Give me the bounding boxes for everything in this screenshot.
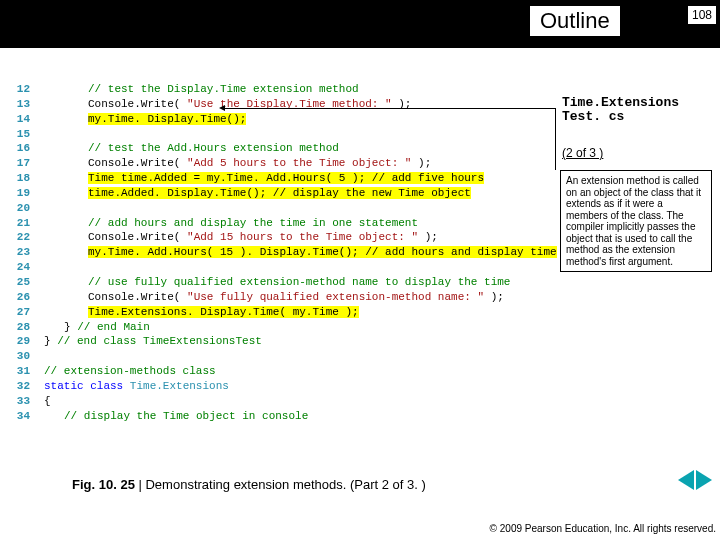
code-line: 14my.Time. Display.Time(); bbox=[8, 112, 548, 127]
part-label: (2 of 3 ) bbox=[562, 146, 603, 160]
figure-number: Fig. 10. 25 bbox=[72, 477, 135, 492]
code-line: 21// add hours and display the time in o… bbox=[8, 216, 548, 231]
code-line: 28} // end Main bbox=[8, 320, 548, 335]
figure-sep: | bbox=[135, 477, 146, 492]
filename-line2: Test. cs bbox=[562, 109, 624, 124]
code-line: 30 bbox=[8, 349, 548, 364]
code-line: 29} // end class TimeExtensionsTest bbox=[8, 334, 548, 349]
prev-slide-button[interactable] bbox=[678, 470, 694, 490]
code-line: 12// test the Display.Time extension met… bbox=[8, 82, 548, 97]
code-listing: 12// test the Display.Time extension met… bbox=[8, 82, 548, 423]
figure-caption: Fig. 10. 25 | Demonstrating extension me… bbox=[72, 477, 426, 492]
code-line: 25// use fully qualified extension-metho… bbox=[8, 275, 548, 290]
code-line: 31// extension-methods class bbox=[8, 364, 548, 379]
code-line: 18Time time.Added = my.Time. Add.Hours( … bbox=[8, 171, 548, 186]
nav-arrows bbox=[678, 470, 712, 490]
annotation-callout: An extension method is called on an obje… bbox=[560, 170, 712, 272]
figure-text: Demonstrating extension methods. (Part 2… bbox=[145, 477, 425, 492]
next-slide-button[interactable] bbox=[696, 470, 712, 490]
code-line: 20 bbox=[8, 201, 548, 216]
code-line: 22Console.Write( "Add 15 hours to the Ti… bbox=[8, 230, 548, 245]
callout-arrow bbox=[225, 108, 555, 109]
callout-arrow-drop bbox=[555, 108, 556, 170]
copyright-text: © 2009 Pearson Education, Inc. All right… bbox=[490, 523, 716, 535]
slide-title: Outline bbox=[530, 6, 620, 36]
code-line: 32static class Time.Extensions bbox=[8, 379, 548, 394]
page-number: 108 bbox=[688, 6, 716, 24]
code-line: 24 bbox=[8, 260, 548, 275]
code-line: 27Time.Extensions. Display.Time( my.Time… bbox=[8, 305, 548, 320]
code-line: 15 bbox=[8, 127, 548, 142]
code-line: 16// test the Add.Hours extension method bbox=[8, 141, 548, 156]
code-line: 17Console.Write( "Add 5 hours to the Tim… bbox=[8, 156, 548, 171]
code-line: 33{ bbox=[8, 394, 548, 409]
code-line: 13Console.Write( "Use the Display.Time m… bbox=[8, 97, 548, 112]
code-line: 26Console.Write( "Use fully qualified ex… bbox=[8, 290, 548, 305]
filename-label: Time.Extensions Test. cs bbox=[562, 96, 679, 125]
code-line: 34// display the Time object in console bbox=[8, 409, 548, 424]
code-line: 19time.Added. Display.Time(); // display… bbox=[8, 186, 548, 201]
filename-line1: Time.Extensions bbox=[562, 95, 679, 110]
code-line: 23my.Time. Add.Hours( 15 ). Display.Time… bbox=[8, 245, 548, 260]
